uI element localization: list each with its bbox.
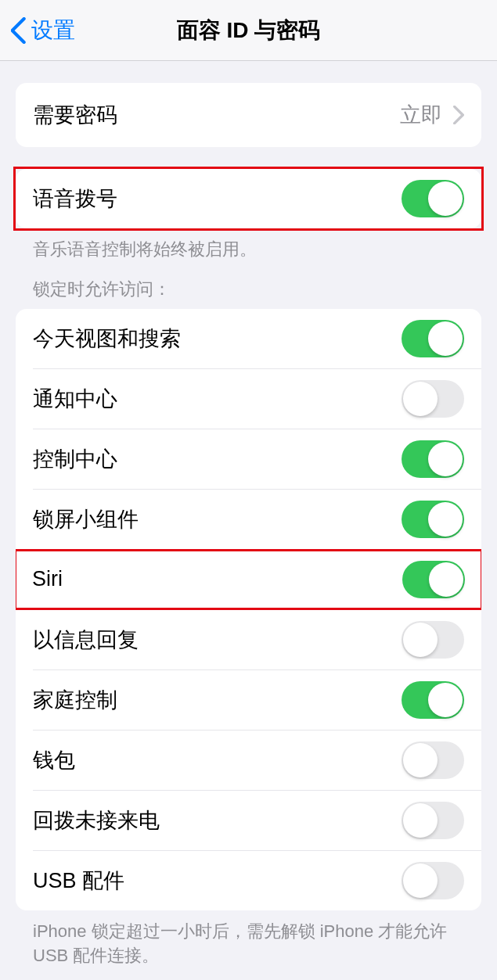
lock-access-label: 回拨未接来电 xyxy=(33,806,160,835)
lock-access-row: USB 配件 xyxy=(16,851,481,910)
lock-access-row: 今天视图和搜索 xyxy=(16,309,481,368)
navbar: 设置 面容 ID 与密码 xyxy=(0,0,497,61)
back-label: 设置 xyxy=(31,16,75,45)
lock-access-label: 控制中心 xyxy=(33,445,117,473)
lock-access-toggle[interactable] xyxy=(402,440,464,478)
voice-dial-section: 语音拨号 xyxy=(16,169,481,228)
lock-access-label: 通知中心 xyxy=(33,385,117,413)
lock-access-footer: iPhone 锁定超过一小时后，需先解锁 iPhone 才能允许 USB 配件连… xyxy=(16,910,481,968)
lock-access-row: 以信息回复 xyxy=(16,610,481,669)
lock-access-toggle[interactable] xyxy=(402,561,465,598)
lock-access-toggle[interactable] xyxy=(402,621,464,659)
lock-access-row: 回拨未接来电 xyxy=(16,791,481,850)
lock-access-row: Siri xyxy=(16,550,481,609)
lock-access-toggle[interactable] xyxy=(402,862,464,899)
voice-dial-footer: 音乐语音控制将始终被启用。 xyxy=(16,228,481,262)
lock-access-row: 锁屏小组件 xyxy=(16,490,481,549)
lock-access-toggle[interactable] xyxy=(402,501,464,538)
lock-access-label: 以信息回复 xyxy=(33,626,139,654)
lock-access-toggle[interactable] xyxy=(402,741,464,779)
lock-access-label: 家庭控制 xyxy=(33,686,117,714)
lock-access-toggle[interactable] xyxy=(402,681,464,719)
lock-access-row: 通知中心 xyxy=(16,369,481,429)
chevron-right-icon xyxy=(453,106,464,124)
require-passcode-row[interactable]: 需要密码 立即 xyxy=(16,83,481,147)
lock-access-group: 今天视图和搜索通知中心控制中心锁屏小组件Siri以信息回复家庭控制钱包回拨未接来… xyxy=(16,309,481,910)
lock-access-toggle[interactable] xyxy=(402,380,464,418)
require-passcode-value: 立即 xyxy=(400,101,442,129)
lock-access-label: Siri xyxy=(32,567,63,591)
voice-dial-row: 语音拨号 xyxy=(16,169,481,228)
lock-access-toggle[interactable] xyxy=(402,802,464,839)
lock-access-row: 钱包 xyxy=(16,731,481,790)
lock-access-row: 控制中心 xyxy=(16,429,481,489)
lock-access-label: USB 配件 xyxy=(33,867,124,895)
lock-access-label: 钱包 xyxy=(33,746,75,774)
back-button[interactable]: 设置 xyxy=(0,16,75,45)
lock-access-row: 家庭控制 xyxy=(16,670,481,730)
lock-access-label: 今天视图和搜索 xyxy=(33,325,181,353)
lock-access-label: 锁屏小组件 xyxy=(33,505,139,533)
lock-access-header: 锁定时允许访问： xyxy=(16,278,481,309)
lock-access-toggle[interactable] xyxy=(402,320,464,357)
voice-dial-toggle[interactable] xyxy=(402,180,464,217)
require-passcode-label: 需要密码 xyxy=(33,101,117,129)
back-chevron-icon xyxy=(11,17,27,44)
voice-dial-label: 语音拨号 xyxy=(33,185,117,213)
